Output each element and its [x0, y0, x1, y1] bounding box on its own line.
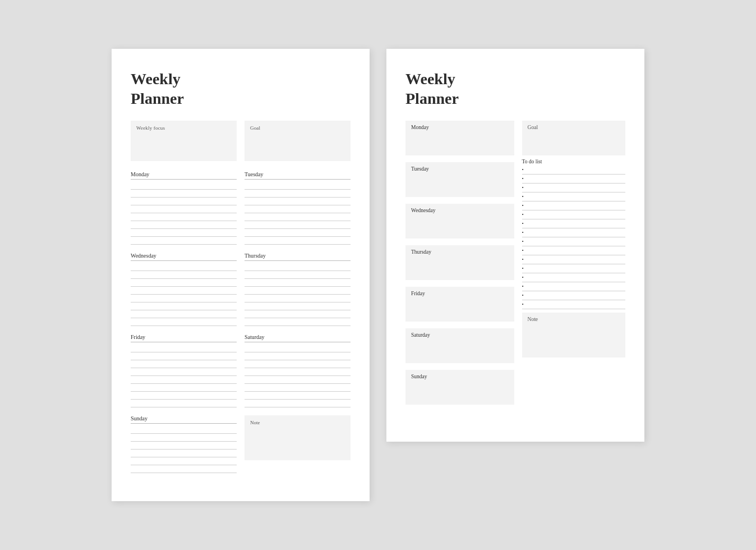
- todo-item[interactable]: •: [522, 228, 625, 237]
- tuesday-label: Tuesday: [245, 171, 351, 180]
- wednesday-section: Wednesday: [131, 253, 237, 326]
- line: [245, 384, 351, 392]
- page2-right: Goal To do list • • • • • • • • • • • • …: [522, 121, 625, 408]
- todo-item[interactable]: •: [522, 291, 625, 300]
- todo-item[interactable]: •: [522, 237, 625, 246]
- monday-block[interactable]: Monday: [405, 121, 514, 155]
- todo-item[interactable]: •: [522, 210, 625, 219]
- monday-label: Monday: [131, 171, 237, 180]
- line: [131, 384, 237, 392]
- line: [131, 182, 237, 190]
- line: [131, 287, 237, 295]
- sunday-lines: [131, 426, 237, 473]
- line: [131, 221, 237, 229]
- goal-block-label-p2: Goal: [528, 125, 620, 130]
- todo-item[interactable]: •: [522, 175, 625, 184]
- saturday-lines: [245, 345, 351, 407]
- page2-grid: Monday Tuesday Wednesday Thursday Friday…: [405, 121, 625, 408]
- line: [131, 198, 237, 205]
- bullet-icon: •: [522, 302, 524, 307]
- line: [245, 360, 351, 368]
- page1-title: Weekly Planner: [131, 69, 351, 108]
- line: [131, 310, 237, 318]
- line: [131, 368, 237, 376]
- line: [131, 352, 237, 360]
- monday-section: Monday: [131, 171, 237, 245]
- line: [245, 392, 351, 400]
- friday-section: Friday: [131, 334, 237, 407]
- line: [245, 352, 351, 360]
- todo-item[interactable]: •: [522, 201, 625, 210]
- sunday-block[interactable]: Sunday: [405, 370, 514, 405]
- todo-item[interactable]: •: [522, 264, 625, 273]
- line: [131, 400, 237, 407]
- note-block-label-p2: Note: [528, 317, 620, 322]
- saturday-section: Saturday: [245, 334, 351, 407]
- friday-lines: [131, 345, 237, 407]
- wednesday-lines: [131, 263, 237, 326]
- saturday-block-label: Saturday: [411, 332, 509, 338]
- tuesday-block[interactable]: Tuesday: [405, 162, 514, 197]
- tuesday-lines: [245, 182, 351, 245]
- line: [245, 279, 351, 287]
- todo-item[interactable]: •: [522, 282, 625, 291]
- goal-block-p2[interactable]: Goal: [522, 121, 625, 155]
- top-boxes: Weekly focus Goal: [131, 121, 351, 161]
- line: [245, 271, 351, 279]
- thursday-block[interactable]: Thursday: [405, 245, 514, 280]
- bullet-icon: •: [522, 176, 524, 181]
- todo-item[interactable]: •: [522, 219, 625, 228]
- todo-label: To do list: [522, 159, 625, 164]
- todo-item[interactable]: •: [522, 300, 625, 309]
- line: [131, 434, 237, 442]
- line: [245, 190, 351, 198]
- note-box-p1[interactable]: Note: [245, 415, 351, 460]
- sunday-section: Sunday: [131, 415, 237, 473]
- line: [245, 302, 351, 310]
- line: [245, 237, 351, 245]
- bullet-icon: •: [522, 266, 524, 271]
- bullet-icon: •: [522, 248, 524, 253]
- wednesday-block[interactable]: Wednesday: [405, 204, 514, 239]
- sunday-block-label: Sunday: [411, 374, 509, 379]
- bullet-icon: •: [522, 275, 524, 280]
- line: [245, 213, 351, 221]
- todo-item[interactable]: •: [522, 166, 625, 175]
- page2-title: Weekly Planner: [405, 69, 625, 108]
- todo-item[interactable]: •: [522, 184, 625, 192]
- note-block-p2[interactable]: Note: [522, 313, 625, 358]
- friday-block[interactable]: Friday: [405, 287, 514, 322]
- left-column: Monday Wednesday: [131, 171, 237, 481]
- line: [245, 368, 351, 376]
- wednesday-label: Wednesday: [131, 253, 237, 261]
- todo-item[interactable]: •: [522, 192, 625, 201]
- saturday-label: Saturday: [245, 334, 351, 342]
- right-column: Tuesday Thursday: [245, 171, 351, 481]
- goal-box-top[interactable]: Goal: [245, 121, 351, 161]
- bullet-icon: •: [522, 185, 524, 190]
- bullet-icon: •: [522, 257, 524, 262]
- line: [131, 465, 237, 473]
- weekly-focus-label: Weekly focus: [136, 125, 231, 131]
- bullet-icon: •: [522, 230, 524, 235]
- todo-item[interactable]: •: [522, 246, 625, 255]
- line: [131, 392, 237, 400]
- line: [131, 263, 237, 271]
- line: [131, 442, 237, 450]
- thursday-lines: [245, 263, 351, 326]
- saturday-block[interactable]: Saturday: [405, 328, 514, 363]
- line: [131, 376, 237, 384]
- todo-item[interactable]: •: [522, 273, 625, 282]
- title-line2-p2: Planner: [405, 90, 459, 107]
- line: [245, 376, 351, 384]
- thursday-section-p1: Thursday: [245, 253, 351, 326]
- bullet-icon: •: [522, 194, 524, 199]
- goal-label-top: Goal: [250, 125, 345, 131]
- line: [245, 263, 351, 271]
- line: [245, 229, 351, 237]
- line: [245, 318, 351, 326]
- weekly-focus-box[interactable]: Weekly focus: [131, 121, 237, 161]
- todo-item[interactable]: •: [522, 255, 625, 264]
- bullet-icon: •: [522, 221, 524, 226]
- line: [131, 302, 237, 310]
